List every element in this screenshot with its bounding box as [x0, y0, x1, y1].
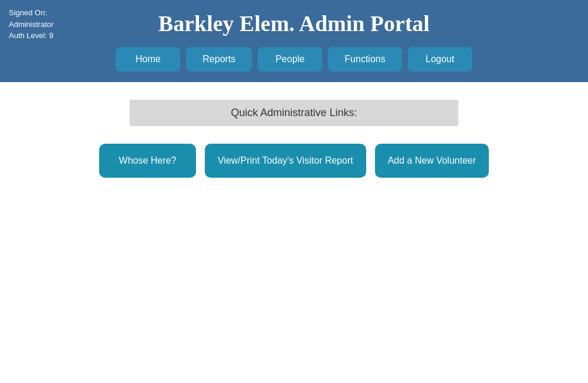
add-volunteer-button[interactable]: Add a New Volunteer — [375, 144, 489, 178]
username-label: Administrator — [9, 20, 54, 29]
nav-reports-button[interactable]: Reports — [186, 47, 252, 72]
site-header: Signed On: Administrator Auth Level: 9 B… — [0, 0, 588, 82]
main-content: Quick Administrative Links: Whose Here? … — [0, 82, 588, 195]
nav-home-button[interactable]: Home — [116, 47, 180, 72]
signed-on-label: Signed On: — [9, 8, 47, 17]
site-title: Barkley Elem. Admin Portal — [158, 11, 430, 36]
auth-level-label: Auth Level: 9 — [9, 31, 53, 40]
visitor-report-button[interactable]: View/Print Today's Visitor Report — [205, 144, 366, 178]
whose-here-button[interactable]: Whose Here? — [99, 144, 196, 178]
quick-action-buttons: Whose Here? View/Print Today's Visitor R… — [99, 144, 489, 178]
signed-on-info: Signed On: Administrator Auth Level: 9 — [9, 7, 54, 42]
nav-people-button[interactable]: People — [258, 47, 322, 72]
quick-links-bar: Quick Administrative Links: — [130, 100, 458, 126]
nav-logout-button[interactable]: Logout — [408, 47, 472, 72]
nav-functions-button[interactable]: Functions — [328, 47, 401, 72]
main-nav: Home Reports People Functions Logout — [116, 47, 472, 72]
